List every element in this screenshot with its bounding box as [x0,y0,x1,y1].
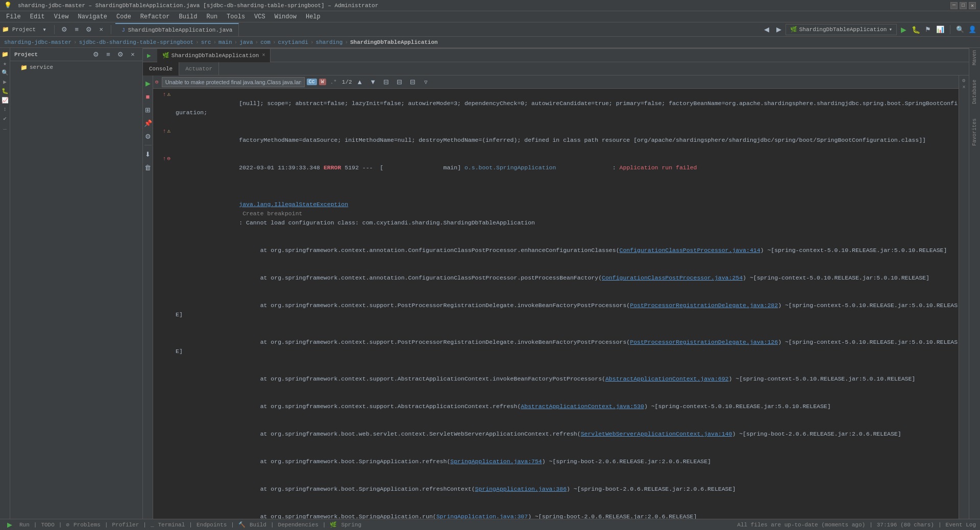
breadcrumb-project[interactable]: sharding-jdbc-master [4,39,71,45]
menu-edit[interactable]: Edit [26,12,49,21]
menu-vcs[interactable]: VCS [250,12,270,21]
status-problems-label[interactable]: Problems [74,522,101,528]
coverage-btn[interactable]: ⚑ [922,24,934,35]
status-run-btn[interactable]: ▶ [4,519,15,531]
menu-refactor[interactable]: Refactor [136,12,174,21]
st4-link[interactable]: PostProcessorRegistrationDelegate.java:1… [630,339,778,345]
run-config-selector[interactable]: 🌿 ShardingDbTableApplication ▾ [786,24,897,35]
status-run-label[interactable]: Run [19,522,30,528]
pin-btn[interactable]: 📌 [143,117,154,129]
menu-window[interactable]: Window [271,12,301,21]
search-everywhere-btn[interactable]: 🔍 [954,24,966,35]
console-output[interactable]: ↑ ⚠ [null]; scope=; abstract=false; lazy… [153,89,959,519]
project-gear-btn[interactable]: ⚙ [90,49,102,60]
status-spring-label[interactable]: Spring [341,522,361,528]
status-profiler-label[interactable]: Profiler [112,522,139,528]
maven-label[interactable]: Maven [972,50,977,65]
sidebar-vcs-icon[interactable]: ↕ [1,105,9,113]
project-close-btn[interactable]: × [127,49,138,60]
project-gear2-btn[interactable]: ⚙ [115,49,126,60]
menu-build[interactable]: Build [175,12,201,21]
breadcrumb-java[interactable]: java [239,39,253,45]
status-todo-label[interactable]: TODO [41,522,54,528]
menu-file[interactable]: File [2,12,25,21]
project-dropdown-btn[interactable]: ▾ [39,24,50,35]
sidebar-find-icon[interactable]: 🔍 [1,68,9,77]
fold-btn[interactable]: ⊟ [381,77,392,88]
console-search-input[interactable] [162,77,305,87]
st2-link[interactable]: ConfigurationClassPostProcessor.java:254 [602,274,743,281]
breadcrumb-sharding[interactable]: sharding [316,39,343,45]
stop-btn[interactable]: ■ [143,91,154,102]
run-button[interactable]: ▶ [898,24,909,35]
st1-link[interactable]: ConfigurationClassPostProcessor.java:414 [620,247,761,254]
favorites-label[interactable]: Favorites [972,118,977,146]
breadcrumb-com[interactable]: com [260,39,271,45]
restore-layout-btn[interactable]: ⊞ [143,104,154,115]
menu-run[interactable]: Run [202,12,222,21]
st5-link[interactable]: AbstractApplicationContext.java:692 [605,375,729,382]
menu-navigate[interactable]: Navigate [74,12,111,21]
st9-link[interactable]: SpringApplication.java:386 [475,486,567,492]
exception-class-link[interactable]: java.lang.IllegalStateException [239,201,348,208]
filter-btn[interactable]: ▿ [421,77,432,88]
tab-console[interactable]: Console [143,62,179,75]
nav-back-btn[interactable]: ◀ [761,24,772,35]
breadcrumb-main[interactable]: main [218,39,232,45]
sidebar-profiler-icon[interactable]: 📈 [1,96,9,104]
close-panel-btn[interactable]: × [95,24,107,35]
sidebar-run-icon[interactable]: ▶ [1,78,9,86]
sidebar-debug-icon[interactable]: 🐛 [1,87,9,95]
minimize-button[interactable]: ─ [950,2,958,9]
run-app-tab[interactable]: 🌿 ShardingDbTableApplication × [157,49,271,62]
breadcrumb-cxytiandi[interactable]: cxytiandi [278,39,308,45]
next-match-btn[interactable]: ▼ [368,77,379,88]
breadcrumb-class[interactable]: ShardingDbTableApplication [350,39,438,45]
close-button[interactable]: ✕ [969,2,976,9]
st6-link[interactable]: AbstractApplicationContext.java:530 [521,403,644,410]
maximize-button[interactable]: □ [960,2,967,9]
right-gear-icon[interactable]: ⚙ [962,78,965,84]
tab-actuator[interactable]: Actuator [179,62,219,75]
clear-btn[interactable]: 🗑 [143,162,154,173]
gear-btn[interactable]: ⚙ [83,24,94,35]
prev-match-btn[interactable]: ▲ [354,77,365,88]
title-bar-controls[interactable]: ─ □ ✕ [950,2,976,9]
open-file-tab[interactable]: J ShardingDbTableApplication.java [115,23,239,36]
menu-tools[interactable]: Tools [223,12,249,21]
st7-link[interactable]: ServletWebServerApplicationContext.java:… [581,431,732,437]
breadcrumb-src[interactable]: src [201,39,211,45]
sidebar-project-icon[interactable]: 📁 [1,50,9,58]
status-terminal-label[interactable]: Terminal [158,522,185,528]
sync-btn[interactable]: ⚙ [59,24,70,35]
nav-fwd-btn[interactable]: ▶ [773,24,785,35]
st8-link[interactable]: SpringApplication.java:754 [450,458,542,465]
st3-link[interactable]: PostProcessorRegistrationDelegate.java:2… [630,302,778,309]
rerun-btn[interactable]: ▶ [143,78,154,89]
tree-item-service[interactable]: 📁 service [10,62,142,72]
menu-code[interactable]: Code [112,12,135,21]
status-endpoints-label[interactable]: Endpoints [197,522,227,528]
database-label[interactable]: Database [972,80,977,104]
sort-btn[interactable]: ≡ [71,24,82,35]
menu-help[interactable]: Help [302,12,325,21]
fold2-btn[interactable]: ⊟ [394,77,405,88]
run-tab-close-icon[interactable]: × [262,53,265,58]
breadcrumb-module[interactable]: sjdbc-db-sharding-table-springboot [79,39,193,45]
sidebar-terminal-icon[interactable]: _ [1,123,9,132]
settings-btn[interactable]: ⚙ [143,131,154,142]
debug-button[interactable]: 🐛 [910,24,921,35]
right-close-icon[interactable]: × [962,85,965,90]
fold3-btn[interactable]: ⊟ [407,77,419,88]
scroll-to-end-btn[interactable]: ⬇ [143,148,154,160]
profile-btn[interactable]: 📊 [935,24,946,35]
user-btn[interactable]: 👤 [967,24,978,35]
sidebar-commit-icon[interactable]: ✔ [1,114,9,122]
menu-view[interactable]: View [50,12,73,21]
status-dependencies-label[interactable]: Dependencies [278,522,318,528]
status-event-log-label[interactable]: Event Log [946,522,976,528]
project-layout-btn[interactable]: ≡ [103,49,114,60]
status-build-label[interactable]: Build [250,522,266,528]
st10-link[interactable]: SpringApplication.java:307 [436,513,528,519]
sidebar-bookmark-icon[interactable]: ★ [1,59,9,67]
